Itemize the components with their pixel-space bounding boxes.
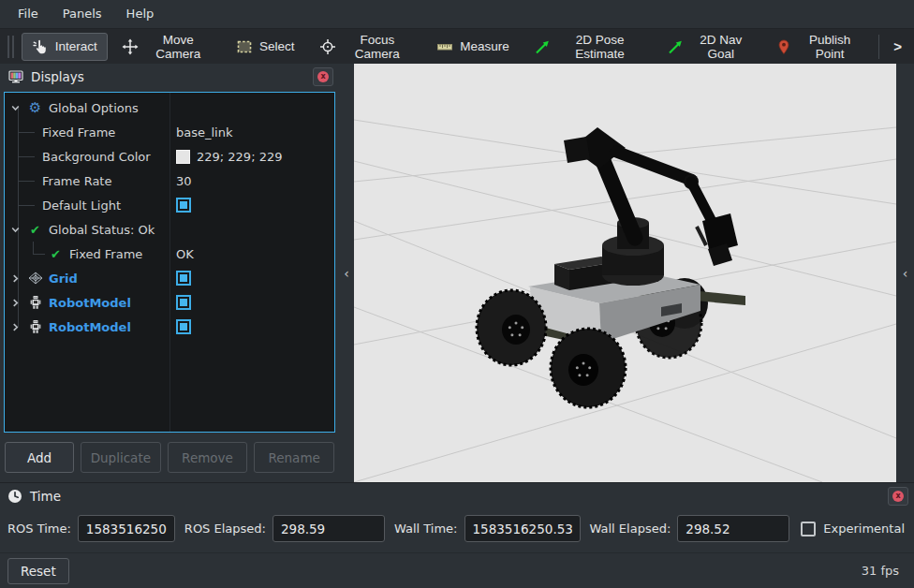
reset-button[interactable]: Reset: [7, 558, 69, 584]
tree-row-robot-model-2[interactable]: RobotModel: [5, 315, 334, 339]
color-swatch[interactable]: [176, 150, 190, 164]
expander-right-icon[interactable]: [8, 273, 22, 284]
rename-button: Rename: [254, 442, 334, 473]
expander-right-icon[interactable]: [8, 322, 22, 332]
tree-row-name: ✔Fixed Frame: [5, 246, 170, 262]
close-time-panel-button[interactable]: x: [888, 487, 908, 506]
time-panel: Time x ROS Time:ROS Elapsed:Wall Time:Wa…: [0, 482, 914, 552]
time-field-wall-elapsed: Wall Elapsed:: [590, 515, 790, 542]
property-value[interactable]: base_link: [176, 125, 232, 140]
tree-row-name: Fixed Frame: [5, 125, 170, 140]
tool-move-camera[interactable]: Move Camera: [111, 33, 222, 61]
tree-row-name: RobotModel: [5, 295, 170, 311]
tree-row-name: Background Color: [5, 150, 170, 164]
enabled-checkbox[interactable]: [176, 295, 191, 310]
tool-publish-point[interactable]: Publish Point: [765, 33, 871, 61]
tree-row-name: Default Light: [5, 198, 170, 213]
robot-icon: [27, 319, 43, 335]
tool-interact[interactable]: Interact: [22, 33, 108, 61]
ros-time-input[interactable]: [78, 515, 175, 542]
tree-row-label: Fixed Frame: [69, 247, 142, 261]
tree-row-default-light[interactable]: Default Light: [5, 193, 334, 217]
tree-row-label: Frame Rate: [42, 174, 111, 188]
tree-row-global-status[interactable]: ✔Global Status: Ok: [5, 217, 334, 242]
tree-row-label: Global Options: [49, 101, 139, 115]
add-button[interactable]: Add: [5, 442, 74, 473]
expand-right-panel-handle[interactable]: ‹: [903, 266, 908, 281]
experimental-option: Experimental: [801, 522, 905, 537]
tree-row-value: [170, 271, 334, 286]
tool-label: Publish Point: [799, 33, 861, 61]
property-value[interactable]: 229; 229; 229: [197, 150, 282, 164]
menu-help[interactable]: Help: [114, 0, 167, 28]
tree-row-global-options[interactable]: ⚙Global Options: [5, 96, 334, 120]
close-displays-panel-button[interactable]: x: [313, 67, 333, 86]
menu-file[interactable]: File: [6, 0, 51, 28]
wall-time-input[interactable]: [464, 515, 581, 542]
tree-row-name: ⚙Global Options: [5, 100, 170, 116]
property-value[interactable]: 30: [176, 174, 192, 188]
tree-row-value: [170, 198, 334, 213]
tool-label: Move Camera: [145, 33, 212, 61]
collapse-left-panel-handle[interactable]: ‹: [344, 266, 349, 281]
displays-panel-header: Displays x: [0, 64, 339, 90]
tool-select[interactable]: Select: [226, 33, 305, 61]
tool-label: Focus Camera: [343, 33, 413, 61]
move-camera-icon: [122, 38, 139, 55]
enabled-checkbox[interactable]: [176, 198, 191, 213]
tool-focus-camera[interactable]: Focus Camera: [309, 33, 423, 61]
tree-row-label: Global Status: Ok: [49, 223, 155, 237]
enabled-checkbox[interactable]: [176, 319, 191, 334]
tree-row-name: Grid: [5, 271, 170, 287]
tree-row-background-color[interactable]: Background Color229; 229; 229: [5, 144, 334, 169]
expander-down-icon[interactable]: [8, 225, 22, 235]
3d-scene: [354, 64, 896, 482]
displays-panel-buttons: AddDuplicateRemoveRename: [0, 433, 339, 482]
tree-row-label: Grid: [49, 272, 78, 286]
robot-model: [477, 127, 745, 407]
tree-row-frame-rate[interactable]: Frame Rate30: [5, 169, 334, 193]
tool-label: Measure: [460, 39, 509, 53]
tree-row-value: OK: [170, 247, 334, 261]
toolbar-overflow-button[interactable]: >: [887, 33, 908, 61]
publish-pin-icon: [775, 38, 792, 55]
experimental-label: Experimental: [823, 522, 905, 536]
pose-arrow-icon: [534, 38, 551, 55]
tool-label: Select: [259, 39, 295, 53]
close-icon: x: [892, 491, 904, 502]
wall-elapsed-input[interactable]: [677, 515, 789, 542]
menu-panels[interactable]: Panels: [51, 0, 114, 28]
time-panel-header: Time x: [0, 483, 914, 508]
focus-crosshair-icon: [319, 38, 336, 55]
tool-2d-pose-estimate[interactable]: 2D Pose Estimate: [523, 33, 654, 61]
property-value[interactable]: OK: [176, 247, 194, 261]
time-field-label: ROS Elapsed:: [184, 522, 266, 536]
right-panel-gutter: ‹: [896, 64, 914, 482]
tree-row-value: [170, 295, 334, 310]
expander-down-icon[interactable]: [8, 103, 22, 113]
remove-button: Remove: [168, 442, 248, 473]
tree-row-grid[interactable]: Grid: [5, 266, 334, 290]
tree-row-fixed-frame-status[interactable]: ✔Fixed FrameOK: [5, 242, 334, 266]
tree-row-name: ✔Global Status: Ok: [5, 222, 170, 238]
tool-label: 2D Pose Estimate: [557, 33, 643, 61]
tool-label: Interact: [55, 39, 97, 53]
3d-viewport[interactable]: [354, 64, 896, 482]
tool-measure[interactable]: Measure: [426, 33, 520, 61]
experimental-checkbox[interactable]: [801, 522, 816, 537]
duplicate-button: Duplicate: [81, 442, 161, 473]
displays-tree: ⚙Global OptionsFixed Framebase_linkBackg…: [4, 92, 335, 433]
robot-icon: [27, 295, 43, 311]
enabled-checkbox[interactable]: [176, 271, 191, 286]
tree-row-name: Frame Rate: [5, 174, 170, 188]
expander-right-icon[interactable]: [8, 298, 22, 308]
tree-row-value: [170, 319, 334, 334]
toolbar-grip-handle[interactable]: [7, 36, 14, 58]
measure-ruler-icon: [436, 38, 453, 55]
tool-2d-nav-goal[interactable]: 2D Nav Goal: [656, 33, 761, 61]
ros-elapsed-input[interactable]: [273, 515, 385, 542]
tree-row-robot-model-1[interactable]: RobotModel: [5, 290, 334, 315]
time-panel-title: Time: [30, 489, 880, 504]
time-field-wall-time: Wall Time:: [394, 515, 581, 542]
tree-row-fixed-frame[interactable]: Fixed Framebase_link: [5, 120, 334, 144]
